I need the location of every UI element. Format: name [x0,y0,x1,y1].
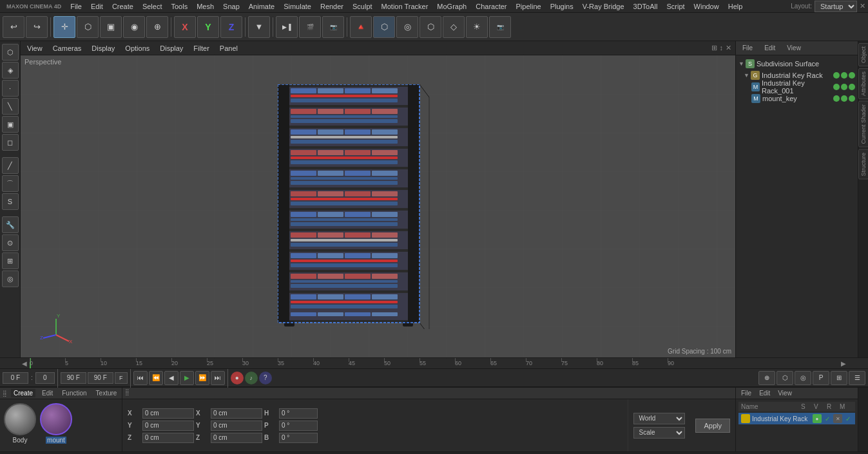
apply-button[interactable]: Apply [695,419,730,433]
edge-tab-structure[interactable]: Structure [858,149,869,180]
menu-mesh[interactable]: Mesh [193,1,218,12]
menu-plugins[interactable]: Plugins [546,1,577,12]
paint-tool-button[interactable]: 🔧 [2,216,19,233]
keyframe-button[interactable]: ⊕ [758,371,775,385]
sz-value-input[interactable] [211,433,262,443]
viewport-menu-filter[interactable]: Filter [191,43,211,53]
timeline-track[interactable]: 0 5 10 15 20 25 30 35 40 45 50 55 60 65 … [30,358,838,368]
viewport-menu-view[interactable]: View [24,43,45,53]
viewport-menu-panel[interactable]: Panel [217,43,240,53]
step-forward-button[interactable]: ⏩ [195,371,209,385]
nurbs-button[interactable]: ◎ [396,16,418,38]
attr-file-menu[interactable]: File [738,389,754,397]
material-mount[interactable]: mount [40,403,72,444]
edge-tab-object[interactable]: Object [858,43,869,66]
material-sphere-body[interactable] [4,403,36,435]
timeline-left-arrow[interactable]: ◀ [22,360,27,367]
viewport-menu-options[interactable]: Options [122,43,152,53]
b-value-input[interactable] [279,433,318,443]
menu-motion-tracker[interactable]: Motion Tracker [378,1,432,12]
mat-tab-edit[interactable]: Edit [39,389,55,397]
viewport-maximize-icon[interactable]: ⊞ [711,44,717,52]
sy-value-input[interactable] [211,421,262,431]
scale-dropdown[interactable]: Scale [633,427,685,439]
polygon-mode-button[interactable]: ▣ [2,116,19,133]
z-axis-button[interactable]: Z [220,16,242,38]
extra-tool-button[interactable]: ◎ [2,270,19,287]
z-value-input[interactable] [142,433,194,443]
select-rect-button[interactable]: ⬡ [77,16,99,38]
viewport-menu-display2[interactable]: Display [157,43,186,53]
object-tree-item-industrial-key-rack-001[interactable]: M Industrial Key Rack_001 [736,81,858,93]
edge-tab-current-shader[interactable]: Current Shader [858,101,869,147]
render-tag-button[interactable]: ▼ [248,16,270,38]
deformer-button[interactable]: ⬡ [420,16,441,38]
undo-button[interactable]: ↩ [3,16,24,38]
sx-value-input[interactable] [211,408,262,419]
magnet-tool-button[interactable]: ⊙ [2,234,19,251]
grid-pb-button[interactable]: ⊞ [831,371,847,385]
close-icon[interactable]: ✕ [860,2,865,10]
attr-view-menu[interactable]: View [775,389,795,397]
render-active-button[interactable]: 📷 [322,16,344,38]
attr-edit-menu[interactable]: Edit [757,389,773,397]
y-axis-button[interactable]: Y [197,16,219,38]
menu-animate[interactable]: Animate [245,1,278,12]
menu-file[interactable]: File [66,1,86,12]
attribute-row-industrial-key-rack[interactable]: Industrial Key Rack ● ✓ ✕ ✓ [738,413,855,424]
material-body[interactable]: Body [4,403,36,444]
texture-mode-button[interactable]: ◈ [2,62,19,79]
edge-tab-attributes[interactable]: Attributes [858,68,869,99]
rotate-tool-button[interactable]: ◉ [123,16,145,38]
sphere-button[interactable]: ⬡ [373,16,395,38]
menu-script[interactable]: Script [662,1,688,12]
cube-button[interactable]: 🔺 [350,16,372,38]
end-frame-2-input[interactable] [88,372,113,384]
om-file-menu[interactable]: File [738,43,757,53]
curve-tool-button[interactable]: ⌒ [2,175,19,192]
grid-tool-button[interactable]: ⊞ [2,252,19,269]
x-axis-button[interactable]: X [174,16,196,38]
help-indicator[interactable]: ? [259,372,272,384]
viewport-close-icon[interactable]: ✕ [726,44,731,52]
x-value-input[interactable] [142,408,194,419]
auto-key-button[interactable]: ⬡ [776,371,793,385]
timeline-right-arrow[interactable]: ▶ [841,360,846,367]
current-frame-input[interactable] [3,372,28,384]
viewport-menu-display[interactable]: Display [89,43,117,53]
viewport-menu-cameras[interactable]: Cameras [50,43,84,53]
play-button[interactable]: ▶ [180,371,194,385]
brush-tool-button[interactable]: S [2,193,19,210]
h-value-input[interactable] [279,408,318,419]
object-tree-item-mount-key[interactable]: M mount_key [736,93,858,104]
go-to-start-button[interactable]: ⏮ [133,371,148,385]
move-tool-button[interactable]: ✛ [53,16,75,38]
world-dropdown[interactable]: World [633,413,685,424]
start-frame-input[interactable] [35,372,55,384]
timeline-bar[interactable]: ◀ 0 5 10 15 20 25 30 35 40 45 50 55 60 6… [0,357,868,369]
menu-3dtoall[interactable]: 3DToAll [630,1,662,12]
object-tree-item-subdivision-surface[interactable]: ▼ S Subdivision Surface [736,58,858,70]
render-to-po-button[interactable]: ▶▐ [276,16,298,38]
record-indicator[interactable]: ● [231,372,244,384]
menu-vray-bridge[interactable]: V-Ray Bridge [579,1,628,12]
list-button[interactable]: ☰ [849,371,865,385]
render-pb-button[interactable]: ◎ [795,371,811,385]
menu-pipeline[interactable]: Pipeline [512,1,545,12]
edge-mode-button[interactable]: ╲ [2,98,19,115]
motion-button[interactable]: P [813,371,829,385]
p-value-input[interactable] [279,421,318,431]
play-reverse-button[interactable]: ◀ [164,371,178,385]
om-view-menu[interactable]: View [783,43,805,53]
audio-indicator[interactable]: ♪ [245,372,258,384]
menu-window[interactable]: Window [690,1,723,12]
menu-edit[interactable]: Edit [87,1,107,12]
mat-tab-function[interactable]: Function [59,389,89,397]
menu-simulate[interactable]: Simulate [280,1,315,12]
layout-dropdown[interactable]: Startup [815,1,857,12]
redo-button[interactable]: ↪ [26,16,48,38]
viewport-sync-icon[interactable]: ↕ [720,44,724,52]
step-back-button[interactable]: ⏪ [149,371,163,385]
menu-help[interactable]: Help [724,1,747,12]
render-settings-button[interactable]: 🎬 [299,16,321,38]
